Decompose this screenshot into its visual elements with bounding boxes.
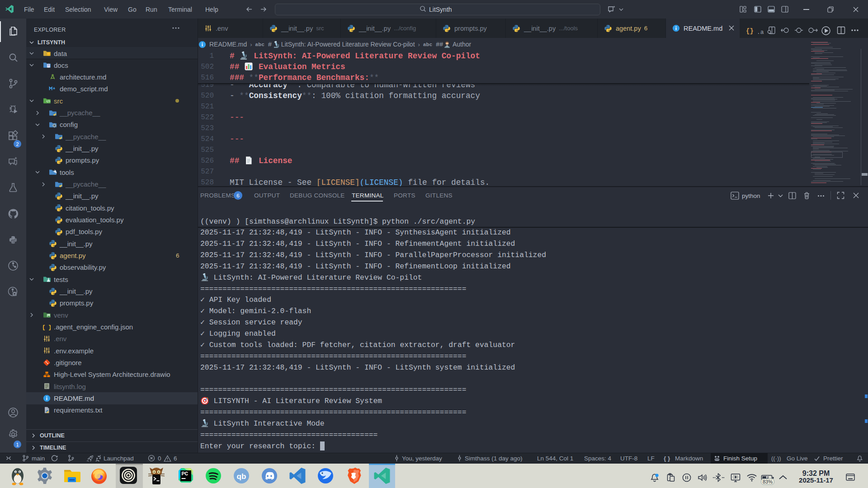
svg-text:qb: qb [237,472,246,481]
svg-text:{ }: { } [43,324,51,330]
svg-text:PC: PC [182,471,189,476]
